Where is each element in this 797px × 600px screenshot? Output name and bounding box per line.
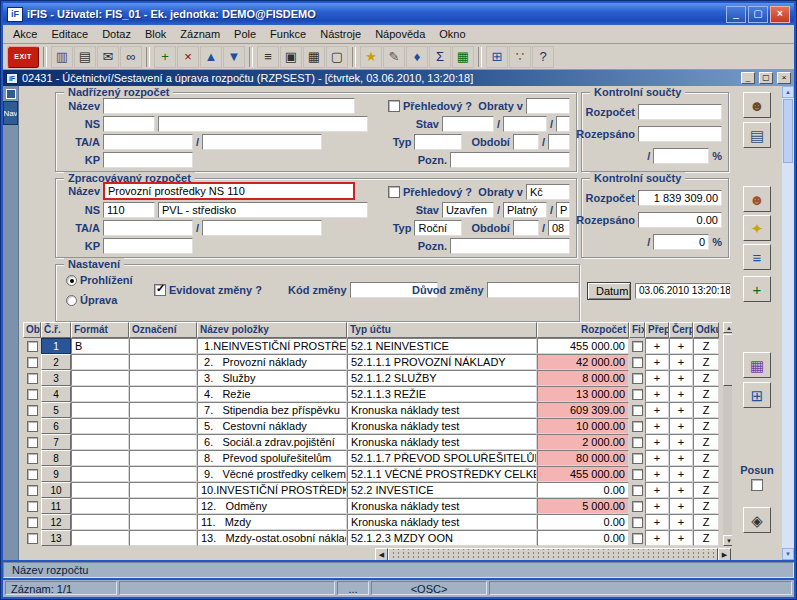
current-nazev-field[interactable]: Provozní prostředky NS 110 [103,182,355,200]
current-stav2-field[interactable]: Platný [503,202,547,218]
cell-odkud[interactable]: Z [693,482,719,498]
current-prehledovy-checkbox[interactable] [388,186,400,198]
cell-typ-uctu[interactable]: Kronuska náklady test [347,514,537,530]
menu-item-akce[interactable]: Akce [6,26,44,43]
calculator-icon[interactable]: ⊞ [486,46,508,68]
cell-format[interactable] [71,450,129,466]
row-number[interactable]: 6 [41,418,71,434]
parent-rozpocet-field[interactable] [638,104,722,120]
menu-item-funkce[interactable]: Funkce [263,26,313,43]
cell-typ-uctu[interactable]: 52.1.2.3 MZDY OON [347,530,537,546]
cell-prep[interactable]: + [645,466,669,482]
mdi-restore-button[interactable]: ▢ [759,72,773,84]
cell-oznaceni[interactable] [129,338,197,354]
next-record-icon[interactable]: ▼ [223,46,245,68]
row-fix-checkbox[interactable] [632,533,643,544]
cell-prep[interactable]: + [645,386,669,402]
scroll-down-icon[interactable]: ▼ [782,548,794,560]
mdi-vscroll-thumb[interactable] [783,99,793,163]
cell-rozpocet[interactable]: 80 000.00 [537,450,629,466]
row-fix-checkbox[interactable] [632,453,643,464]
row-number[interactable]: 8 [41,450,71,466]
parent-prehledovy-checkbox[interactable] [388,100,400,112]
row-fix-checkbox[interactable] [632,517,643,528]
cell-typ-uctu[interactable]: 52.1.1.3 REŽIE [347,386,537,402]
parent-rozepsano-field[interactable] [638,126,722,142]
cell-cerp[interactable]: + [669,482,693,498]
cell-odkud[interactable]: Z [693,338,719,354]
cell-odkud[interactable]: Z [693,498,719,514]
row-fix-checkbox[interactable] [632,341,643,352]
row-number[interactable]: 2 [41,354,71,370]
delete-record-icon[interactable]: × [177,46,199,68]
row-fix-checkbox[interactable] [632,373,643,384]
row-fix-checkbox[interactable] [632,501,643,512]
calculator-button[interactable]: ⊞ [743,382,771,408]
cell-odkud[interactable]: Z [693,514,719,530]
grid-vscroll-thumb[interactable] [723,334,732,386]
move-button[interactable]: ◈ [743,507,771,533]
cell-oznaceni[interactable] [129,402,197,418]
cell-rozpocet[interactable]: 0.00 [537,482,629,498]
cell-oznaceni[interactable] [129,530,197,546]
current-obraty-field[interactable]: Kč [526,184,570,200]
mdi-minimize-button[interactable]: _ [741,72,755,84]
print-icon[interactable]: ▤ [74,46,96,68]
cell-rozpocet[interactable]: 0.00 [537,530,629,546]
insert-record-icon[interactable]: + [154,46,176,68]
row-obj-checkbox[interactable] [27,469,38,480]
mail-icon[interactable]: ✉ [97,46,119,68]
scroll-right-icon[interactable]: ▶ [718,548,731,560]
cell-oznaceni[interactable] [129,466,197,482]
cell-odkud[interactable]: Z [693,530,719,546]
cell-typ-uctu[interactable]: Kronuska náklady test [347,498,537,514]
row-number[interactable]: 1 [41,338,71,354]
previous-record-icon[interactable]: ▲ [200,46,222,68]
grid-hscroll-thumb[interactable] [388,548,718,560]
menu-item-zaznam[interactable]: Záznam [173,26,227,43]
cell-format[interactable] [71,482,129,498]
row-fix-checkbox[interactable] [632,469,643,480]
minimize-button[interactable]: _ [726,6,746,23]
maximize-button[interactable]: ▢ [748,6,768,23]
current-typ-field[interactable]: Roční [414,220,462,236]
cell-odkud[interactable]: Z [693,386,719,402]
cell-cerp[interactable]: + [669,354,693,370]
trace-icon[interactable]: ∵ [509,46,531,68]
posun-checkbox[interactable] [751,479,763,491]
parent-typ-field[interactable] [414,134,462,150]
row-fix-checkbox[interactable] [632,357,643,368]
cell-nazev-polozky[interactable]: 6. Sociál.a zdrav.pojištění [197,434,347,450]
cell-nazev-polozky[interactable]: 8. Převod spoluřešitelům [197,450,347,466]
row-obj-checkbox[interactable] [27,517,38,528]
cell-oznaceni[interactable] [129,386,197,402]
cell-format[interactable] [71,354,129,370]
cell-oznaceni[interactable] [129,482,197,498]
row-obj-checkbox[interactable] [27,421,38,432]
cell-format[interactable] [71,402,129,418]
cell-cerp[interactable]: + [669,434,693,450]
row-number[interactable]: 4 [41,386,71,402]
close-button[interactable]: × [770,6,790,23]
cell-cerp[interactable]: + [669,530,693,546]
current-obdobi1-field[interactable] [513,220,539,236]
cell-prep[interactable]: + [645,530,669,546]
help-icon[interactable]: ? [532,46,554,68]
parent-pozn-field[interactable] [450,152,570,168]
duvod-zmeny-field[interactable] [487,282,579,298]
layers-button[interactable]: ≡ [743,244,771,270]
cell-rozpocet[interactable]: 0.00 [537,514,629,530]
cell-typ-uctu[interactable]: Kronuska náklady test [347,402,537,418]
current-rozpocet-field[interactable]: 1 839 309.00 [638,190,722,206]
window-titlebar[interactable]: iF iFIS - Uživatel: FIS_01 - Ek. jednotk… [3,3,794,25]
parent-kp-field[interactable] [103,152,193,168]
row-number[interactable]: 9 [41,466,71,482]
parent-stav2-field[interactable] [503,116,547,132]
cell-oznaceni[interactable] [129,434,197,450]
cell-format[interactable] [71,386,129,402]
mdi-close-button[interactable]: × [777,72,791,84]
cell-cerp[interactable]: + [669,338,693,354]
cell-prep[interactable]: + [645,450,669,466]
radio-uprava[interactable] [66,295,77,306]
cell-typ-uctu[interactable]: 52.1.1.1 PROVOZNÍ NÁKLADY [347,354,537,370]
